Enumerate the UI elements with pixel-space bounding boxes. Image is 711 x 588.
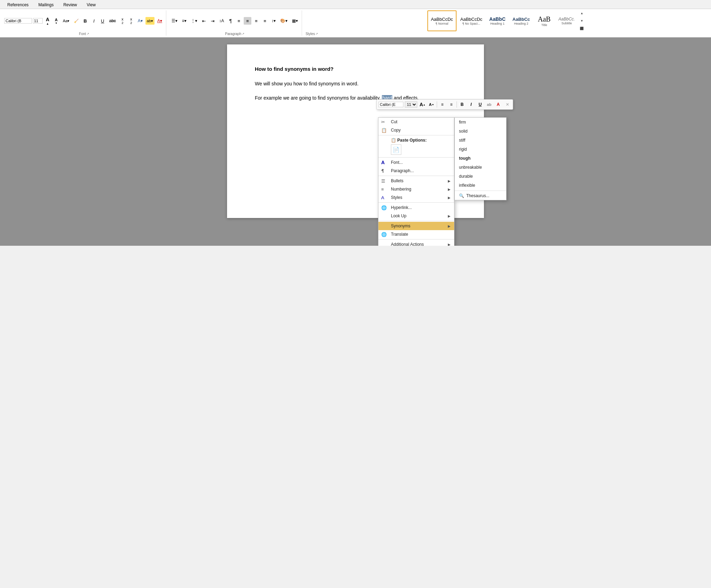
ctx-copy[interactable]: 📋 Copy: [378, 126, 454, 134]
ctx-cut[interactable]: ✂ Cut: [378, 118, 454, 126]
styles-scroll-down[interactable]: ▼: [579, 19, 584, 23]
font-name-input[interactable]: [4, 18, 32, 24]
mini-font-color[interactable]: A: [494, 101, 502, 108]
ctx-sep2: [378, 157, 454, 158]
ctx-numbering[interactable]: ≡ Numbering ▶: [378, 185, 454, 193]
paste-option-1[interactable]: 📄: [391, 144, 401, 155]
superscript-btn[interactable]: x2: [127, 16, 135, 26]
line-spacing-btn[interactable]: ↕▾: [270, 17, 277, 25]
align-right-btn[interactable]: ≡: [252, 17, 260, 25]
ctx-synonyms[interactable]: Synonyms ▶: [378, 222, 454, 230]
increase-indent-btn[interactable]: ⇥: [209, 17, 216, 25]
mini-bold[interactable]: B: [458, 101, 466, 108]
ctx-translate[interactable]: 🌐 Translate: [378, 230, 454, 238]
style-heading2-preview: AaBbCc: [512, 17, 530, 22]
ctx-lookup[interactable]: Look Up ▶: [378, 212, 454, 220]
style-no-spacing[interactable]: AaBbCcDc ¶ No Spaci...: [457, 10, 486, 31]
syn-separator: [455, 191, 506, 191]
numbering-icon: ≡: [381, 187, 384, 192]
styles-scroll-btns: ▲ ▼ ⬛: [579, 10, 585, 31]
font-group-expand[interactable]: ↗: [87, 32, 89, 35]
borders-btn[interactable]: ▦▾: [290, 17, 300, 25]
tab-review[interactable]: Review: [59, 1, 81, 9]
syn-rigid[interactable]: rigid: [455, 145, 506, 154]
para-row2: ≡ ≡ ≡ ≡ ↕▾ 🎨▾ ▦▾: [235, 17, 300, 25]
bullets-btn[interactable]: ☰▾: [170, 17, 179, 25]
ctx-sep3: [378, 176, 454, 176]
decrease-font-btn[interactable]: A▼: [52, 17, 60, 25]
mini-underline[interactable]: U: [476, 101, 484, 108]
ribbon: References Mailings Review View A▲ A▼ Aa…: [0, 0, 711, 37]
syn-unbreakable[interactable]: unbreakable: [455, 163, 506, 172]
underline-btn[interactable]: U: [99, 17, 106, 25]
tab-mailings[interactable]: Mailings: [34, 1, 58, 9]
syn-solid[interactable]: solid: [455, 127, 506, 136]
clear-formatting-btn[interactable]: 🧹: [72, 17, 81, 25]
mini-decrease-font[interactable]: A▼: [428, 101, 435, 108]
change-case-btn[interactable]: Aa▾: [61, 17, 71, 25]
sort-btn[interactable]: ↕A: [217, 17, 226, 25]
style-heading2[interactable]: AaBbCc Heading 2: [509, 10, 533, 31]
font-icon: A: [381, 160, 385, 165]
font-controls: A▲ A▼ Aa▾ 🧹 B I U abc x2 x2 A▾ ab▾ A▾: [4, 10, 164, 31]
shading-btn[interactable]: 🎨▾: [278, 17, 289, 25]
mini-font-name[interactable]: [378, 102, 403, 107]
ctx-font[interactable]: A Font...: [378, 158, 454, 167]
ctx-paragraph[interactable]: ¶̄ Paragraph...: [378, 167, 454, 175]
paste-icon: 📋: [391, 138, 396, 143]
styles-more[interactable]: ⬛: [579, 26, 584, 31]
styles-scroll-up[interactable]: ▲: [579, 11, 584, 15]
font-color2-btn[interactable]: A▾: [156, 17, 164, 25]
mini-italic[interactable]: I: [467, 101, 475, 108]
font-format-row: B I U abc x2 x2 A▾ ab▾ A▾: [81, 16, 164, 26]
multilevel-btn[interactable]: ⋮▾: [189, 17, 199, 25]
doc-line2: We will show you how to find synonyms in…: [255, 80, 456, 87]
ctx-bullets[interactable]: ☰ Bullets ▶: [378, 177, 454, 185]
font-color-btn[interactable]: A▾: [136, 17, 144, 25]
document-page: How to find synonyms in word? We will sh…: [227, 44, 484, 218]
syn-firm[interactable]: firm: [455, 118, 506, 127]
mini-align-left[interactable]: ≡: [438, 101, 446, 108]
style-heading1[interactable]: AaBbC Heading 1: [486, 10, 509, 31]
highlight-btn[interactable]: ab▾: [145, 17, 154, 25]
justify-btn[interactable]: ≡: [261, 17, 269, 25]
bold-btn[interactable]: B: [81, 17, 89, 25]
align-center-btn[interactable]: ≡: [244, 17, 251, 25]
tab-references[interactable]: References: [3, 1, 33, 9]
style-subtitle[interactable]: AaBbCc. Subtitle: [555, 10, 578, 31]
style-title[interactable]: AaB Title: [534, 10, 555, 31]
mini-increase-font[interactable]: A▲: [419, 101, 426, 108]
ctx-additional[interactable]: Additional Actions ▶: [378, 240, 454, 246]
tab-view[interactable]: View: [82, 1, 100, 9]
increase-font-btn[interactable]: A▲: [44, 16, 51, 26]
paragraph-group-expand[interactable]: ↗: [242, 32, 244, 35]
syn-durable[interactable]: durable: [455, 172, 506, 181]
mini-clear[interactable]: ✕: [503, 101, 511, 108]
syn-inflexible[interactable]: inflexible: [455, 181, 506, 190]
mini-toolbar: 11 A▲ A▼ ≡ ≡ B I U ab A ✕: [376, 99, 513, 110]
strikethrough-btn[interactable]: abc: [107, 17, 117, 25]
ctx-sep1: [378, 135, 454, 135]
font-name-row: A▲ A▼ Aa▾ 🧹: [4, 16, 81, 26]
mini-align-right[interactable]: ≡: [447, 101, 455, 108]
ctx-hyperlink[interactable]: 🌐 Hyperlink...: [378, 203, 454, 212]
style-normal[interactable]: AaBbCcDc ¶ Normal: [427, 10, 457, 31]
thesaurus-icon: 🔍: [459, 193, 464, 198]
font-group: A▲ A▼ Aa▾ 🧹 B I U abc x2 x2 A▾ ab▾ A▾: [2, 10, 166, 36]
mini-font-size[interactable]: 11: [405, 101, 417, 108]
syn-tough[interactable]: tough: [455, 154, 506, 163]
syn-stiff[interactable]: stiff: [455, 136, 506, 145]
style-heading1-preview: AaBbC: [489, 16, 505, 22]
thesaurus-link[interactable]: 🔍 Thesaurus...: [455, 192, 506, 200]
italic-btn[interactable]: I: [90, 17, 98, 25]
align-left-btn[interactable]: ≡: [235, 17, 243, 25]
mini-highlight[interactable]: ab: [485, 101, 493, 108]
font-size-input[interactable]: [33, 18, 43, 24]
ctx-styles[interactable]: A Styles ▶: [378, 193, 454, 202]
subscript-btn[interactable]: x2: [119, 16, 126, 26]
decrease-indent-btn[interactable]: ⇤: [200, 17, 208, 25]
style-heading2-label: Heading 2: [514, 22, 528, 25]
styles-group-expand[interactable]: ↗: [316, 32, 318, 35]
numbering-btn[interactable]: ≡▾: [180, 17, 188, 25]
show-formatting-btn[interactable]: ¶: [227, 17, 234, 25]
